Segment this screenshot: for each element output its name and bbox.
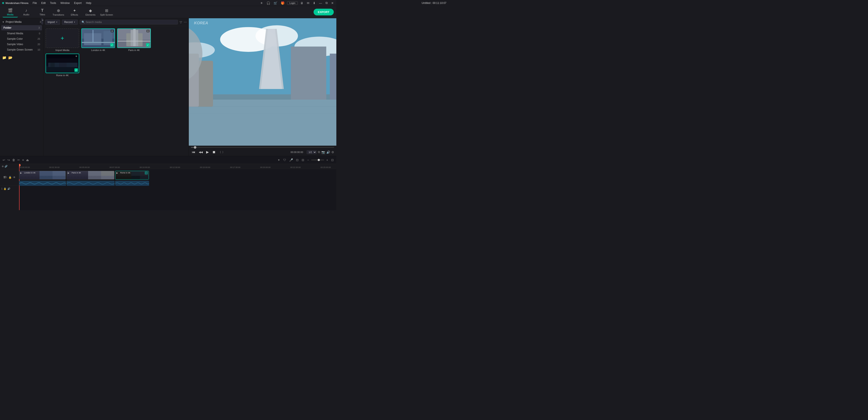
track-left-panel: ⊕ 🔗 🎬1 🔒 👁 1 🔒 🔊 bbox=[0, 164, 19, 210]
svg-rect-31 bbox=[291, 47, 326, 100]
snapshot-icon[interactable]: 📷 bbox=[321, 150, 325, 154]
sidebar-item-folder[interactable]: Folder 3 bbox=[1, 25, 42, 30]
sidebar-item-sample-green[interactable]: Sample Green Screen 10 bbox=[1, 47, 42, 52]
restore-button[interactable]: ⧉ bbox=[324, 1, 329, 5]
frame-back-button[interactable]: ◀◀ bbox=[198, 150, 204, 154]
menu-export[interactable]: Export bbox=[72, 1, 83, 5]
cart-icon[interactable]: 🛒 bbox=[273, 1, 278, 5]
paris-thumb[interactable]: ⊞ ✓ bbox=[117, 28, 151, 48]
quality-select[interactable]: 1/2 bbox=[307, 150, 317, 154]
menu-edit[interactable]: Edit bbox=[39, 1, 48, 5]
tab-audio[interactable]: ♪ Audio bbox=[19, 7, 34, 18]
filter-icon[interactable]: ▽ bbox=[180, 21, 182, 24]
rome-thumb[interactable]: ⊞ ✓ bbox=[45, 54, 79, 73]
folder-icon[interactable]: 📂 bbox=[8, 56, 12, 60]
london-thumb[interactable]: ⊞ ✓ bbox=[82, 28, 115, 48]
audio-paris[interactable] bbox=[67, 181, 114, 185]
preview-timeline[interactable] bbox=[191, 147, 334, 148]
record-dropdown[interactable]: Record ▼ bbox=[62, 20, 78, 25]
login-button[interactable]: Login bbox=[287, 1, 298, 5]
settings-icon[interactable]: ⚙ bbox=[331, 150, 334, 154]
download-icon[interactable]: ⬇ bbox=[312, 1, 316, 5]
zoom-slider[interactable] bbox=[311, 159, 324, 160]
shield-button[interactable]: 🛡 bbox=[282, 158, 287, 162]
crop-button[interactable]: ⊟ bbox=[301, 158, 305, 162]
undo-button[interactable]: ↩ bbox=[2, 158, 6, 162]
clip-rome[interactable]: ▶ Rome in 4K ⊡ bbox=[115, 171, 149, 180]
gift-icon[interactable]: 🎁 bbox=[280, 1, 285, 5]
play-button[interactable]: ▶ bbox=[205, 150, 210, 154]
media-item-paris[interactable]: ⊞ ✓ Paris in 4K bbox=[117, 28, 151, 52]
ruler-3: 00:07:30:00 bbox=[110, 166, 120, 169]
audio-london[interactable] bbox=[19, 181, 66, 185]
import-media-item[interactable]: + Import Media bbox=[45, 28, 79, 52]
tab-elements[interactable]: ◆ Elements bbox=[83, 7, 98, 18]
audio-rome[interactable] bbox=[115, 181, 149, 185]
cut-button[interactable]: ✂ bbox=[17, 158, 21, 162]
tab-split-screen[interactable]: ⊞ Split Screen bbox=[99, 7, 114, 18]
tab-media[interactable]: 🎬 Media bbox=[3, 7, 18, 18]
new-folder-icon[interactable]: 📁 bbox=[2, 56, 6, 60]
menu-help[interactable]: Help bbox=[84, 1, 93, 5]
headset-icon[interactable]: 🎧 bbox=[266, 1, 271, 5]
mail-icon[interactable]: ✉ bbox=[306, 1, 310, 5]
sidebar-item-shared-media[interactable]: Shared Media 0 bbox=[1, 31, 42, 36]
volume-icon[interactable]: 🔊 bbox=[327, 150, 330, 154]
grid-icon[interactable]: ⋯ bbox=[184, 21, 187, 24]
export-button[interactable]: EXPORT bbox=[314, 9, 334, 16]
london-grid-icon: ⊞ bbox=[111, 30, 114, 32]
screen-icon[interactable]: 🖥 bbox=[300, 1, 304, 5]
tab-effects[interactable]: ✦ Effects bbox=[67, 7, 82, 18]
search-icon: 🔍 bbox=[82, 21, 85, 24]
zoom-thumb[interactable] bbox=[318, 159, 320, 161]
tab-transitions[interactable]: ⊕ Transitions bbox=[51, 7, 66, 18]
minimize-button[interactable]: — bbox=[318, 1, 323, 5]
menu-window[interactable]: Window bbox=[59, 1, 72, 5]
clip-london[interactable]: ▶ London in 4K bbox=[19, 171, 66, 180]
media-grid: + Import Media ⊞ ✓ bbox=[43, 26, 189, 156]
media-panel: Import ▼ Record ▼ 🔍 ▽ ⋯ + Import Media bbox=[43, 18, 189, 156]
preview-playhead[interactable] bbox=[194, 146, 196, 149]
project-media-header[interactable]: ▼ Project Media 3 bbox=[0, 19, 43, 25]
detach-button[interactable]: ⏏ bbox=[25, 158, 30, 162]
video-track: ▶ London in 4K ▶ bbox=[19, 171, 149, 180]
rome-label: Rome in 4K bbox=[56, 74, 69, 77]
media-item-rome[interactable]: ⊞ ✓ Rome in 4K bbox=[45, 54, 79, 77]
caption-button[interactable]: ⊡ bbox=[295, 158, 300, 162]
import-dropdown[interactable]: Import ▼ bbox=[45, 20, 60, 25]
stop-button[interactable]: ⏹ bbox=[211, 150, 217, 154]
fullscreen-icon[interactable]: ⧉ bbox=[318, 150, 320, 154]
zoom-in-button[interactable]: + bbox=[326, 158, 329, 162]
delete-button[interactable]: 🗑 bbox=[11, 158, 16, 162]
sun-icon[interactable]: ☀ bbox=[259, 1, 264, 5]
color-button[interactable]: ✦ bbox=[277, 158, 281, 162]
sidebar-item-sample-video[interactable]: Sample Video 20 bbox=[1, 42, 42, 47]
collapse-handle[interactable]: ◀ bbox=[41, 18, 43, 24]
zoom-out-button[interactable]: − bbox=[306, 158, 310, 162]
ruler-6: 00:15:00:00 bbox=[200, 166, 210, 169]
link-icon[interactable]: 🔗 bbox=[5, 165, 8, 168]
import-placeholder[interactable]: + bbox=[45, 28, 79, 48]
fit-button[interactable]: ⊡ bbox=[330, 158, 335, 162]
audio-button[interactable]: ≡ bbox=[21, 158, 25, 162]
track-1-lock[interactable]: 🔒 bbox=[3, 187, 6, 190]
clip-london-label: London in 4K bbox=[24, 172, 36, 174]
menu-file[interactable]: File bbox=[31, 1, 39, 5]
search-input[interactable] bbox=[86, 21, 176, 24]
clip-paris[interactable]: ▶ Paris in 4K bbox=[67, 171, 114, 180]
search-box: 🔍 bbox=[80, 20, 178, 25]
track-1-volume[interactable]: 🔊 bbox=[7, 187, 10, 190]
track-eye-icon[interactable]: 👁 bbox=[13, 176, 16, 179]
track-lock-icon[interactable]: 🔒 bbox=[8, 176, 12, 179]
paris-frames bbox=[88, 171, 114, 179]
close-button[interactable]: ✕ bbox=[330, 1, 335, 5]
menu-tools[interactable]: Tools bbox=[49, 1, 58, 5]
media-item-london[interactable]: ⊞ ✓ London in 4K bbox=[82, 28, 115, 52]
skip-back-button[interactable]: ⏮ bbox=[191, 150, 196, 154]
snap-icon[interactable]: ⊕ bbox=[2, 165, 4, 168]
mic-button[interactable]: 🎤 bbox=[288, 158, 294, 162]
sidebar-item-sample-color[interactable]: Sample Color 25 bbox=[1, 36, 42, 41]
tab-titles[interactable]: T Titles bbox=[35, 7, 50, 18]
redo-button[interactable]: ↪ bbox=[6, 158, 11, 162]
sample-video-count: 20 bbox=[37, 43, 40, 46]
